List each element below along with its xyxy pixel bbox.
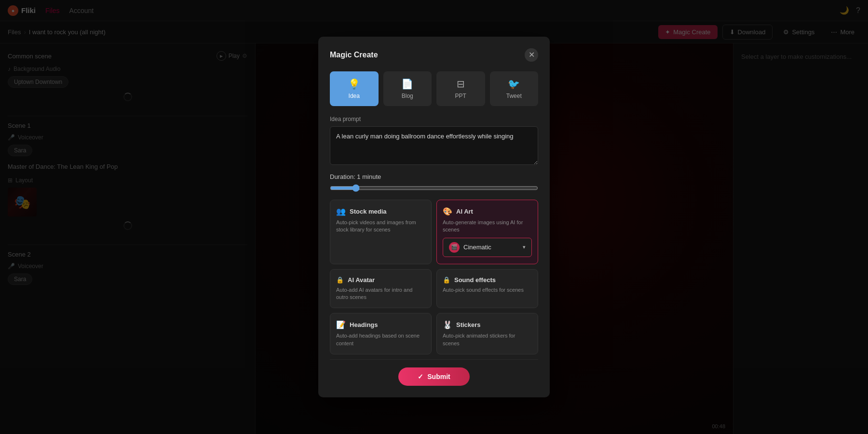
stock-media-header: 👥 Stock media	[336, 207, 425, 216]
idea-prompt-field-label: Idea prompt	[330, 116, 538, 122]
tab-tweet-label: Tweet	[506, 93, 522, 99]
tab-ppt-label: PPT	[455, 93, 466, 99]
tab-blog[interactable]: 📄 Blog	[383, 71, 432, 106]
stickers-icon: 🐰	[443, 320, 452, 329]
headings-header: 📝 Headings	[336, 320, 425, 329]
sound-effects-title: Sound effects	[454, 276, 496, 284]
modal-tabs: 💡 Idea 📄 Blog ⊟ PPT 🐦 Tweet	[330, 71, 538, 106]
option-ai-avatar[interactable]: 🔒 AI Avatar Auto-add AI avatars for intr…	[330, 269, 432, 309]
style-dropdown-text: Cinematic	[463, 244, 519, 251]
ai-avatar-header: 🔒 AI Avatar	[336, 276, 425, 284]
submit-label: Submit	[427, 373, 450, 380]
ai-avatar-title: AI Avatar	[348, 276, 375, 284]
sound-effects-desc: Auto-pick sound effects for scenes	[443, 286, 532, 294]
magic-create-modal: Magic Create ✕ 💡 Idea 📄 Blog ⊟ PPT 🐦 Twe…	[318, 37, 550, 397]
modal-overlay[interactable]: Magic Create ✕ 💡 Idea 📄 Blog ⊟ PPT 🐦 Twe…	[0, 0, 868, 434]
tab-blog-label: Blog	[402, 93, 413, 99]
ai-art-header: 🎨 AI Art	[443, 207, 532, 216]
tab-idea-label: Idea	[349, 93, 360, 99]
tweet-icon: 🐦	[508, 78, 520, 90]
stock-media-icon: 👥	[336, 207, 346, 216]
modal-title: Magic Create	[330, 51, 378, 59]
modal-close-button[interactable]: ✕	[525, 48, 538, 62]
option-ai-art[interactable]: 🎨 AI Art Auto-generate images using AI f…	[436, 200, 538, 264]
stickers-title: Stickers	[456, 321, 481, 328]
idea-prompt-section: Idea prompt A lean curly man doing ballr…	[330, 116, 538, 166]
stock-media-desc: Auto-pick videos and images from stock l…	[336, 219, 425, 234]
style-dropdown[interactable]: 🎬 Cinematic ▾	[443, 238, 532, 257]
headings-title: Headings	[350, 321, 378, 328]
headings-icon: 📝	[336, 320, 346, 329]
chevron-down-icon: ▾	[523, 244, 526, 250]
style-icon: 🎬	[449, 242, 460, 253]
stock-media-title: Stock media	[350, 208, 387, 215]
submit-checkmark-icon: ✓	[418, 373, 423, 380]
options-grid: 👥 Stock media Auto-pick videos and image…	[330, 200, 538, 354]
ai-avatar-desc: Auto-add AI avatars for intro and outro …	[336, 286, 425, 301]
submit-button[interactable]: ✓ Submit	[398, 367, 469, 386]
stickers-header: 🐰 Stickers	[443, 320, 532, 329]
ai-art-desc: Auto-generate images using AI for scenes	[443, 219, 532, 234]
headings-desc: Auto-add headings based on scene content	[336, 332, 425, 347]
ai-art-title: AI Art	[456, 208, 473, 215]
ai-art-icon: 🎨	[443, 207, 452, 216]
tab-ppt[interactable]: ⊟ PPT	[436, 71, 485, 106]
lock-icon-avatar: 🔒	[336, 276, 344, 284]
tab-tweet[interactable]: 🐦 Tweet	[490, 71, 539, 106]
sound-effects-header: 🔒 Sound effects	[443, 276, 532, 284]
idea-icon: 💡	[348, 78, 360, 90]
close-icon: ✕	[529, 50, 535, 59]
ppt-icon: ⊟	[457, 78, 465, 90]
duration-label: Duration: 1 minute	[330, 173, 538, 180]
stickers-desc: Auto-pick animated stickers for scenes	[443, 332, 532, 347]
idea-prompt-textarea[interactable]: A lean curly man doing ballroom dance ef…	[330, 126, 538, 165]
lock-icon-sound: 🔒	[443, 276, 450, 284]
modal-header: Magic Create ✕	[330, 48, 538, 62]
option-stock-media[interactable]: 👥 Stock media Auto-pick videos and image…	[330, 200, 432, 264]
option-headings[interactable]: 📝 Headings Auto-add headings based on sc…	[330, 313, 432, 354]
blog-icon: 📄	[401, 78, 413, 90]
option-sound-effects[interactable]: 🔒 Sound effects Auto-pick sound effects …	[436, 269, 538, 309]
duration-slider[interactable]	[330, 184, 538, 192]
modal-footer: ✓ Submit	[330, 359, 538, 386]
option-stickers[interactable]: 🐰 Stickers Auto-pick animated stickers f…	[436, 313, 538, 354]
tab-idea[interactable]: 💡 Idea	[330, 71, 379, 106]
